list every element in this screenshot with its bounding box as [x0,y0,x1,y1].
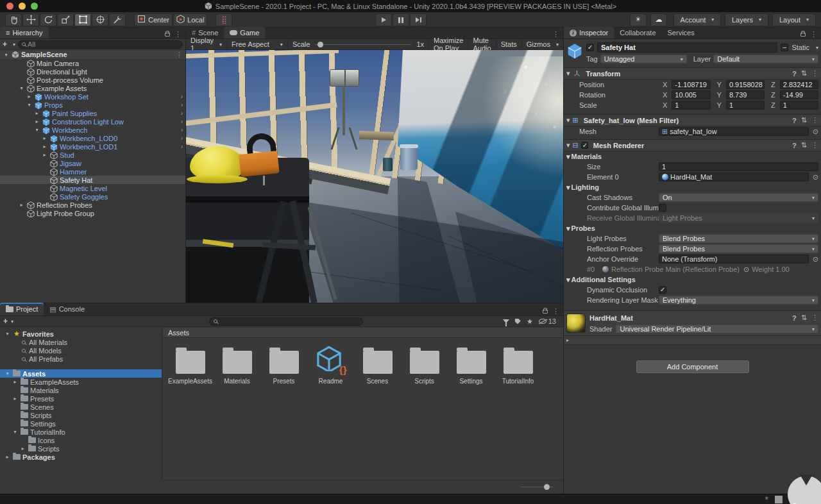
cast-shadows-dropdown[interactable]: On▾ [659,193,818,202]
hierarchy-item[interactable]: ▸Workshop Set› [0,92,185,101]
object-picker-icon[interactable]: ⊙ [813,128,818,136]
project-tree-item[interactable]: All Prefabs [0,355,162,363]
foldout-open-icon[interactable]: ▾ [4,331,11,337]
tab-project[interactable]: Project [0,303,44,315]
project-tree-item[interactable]: ▾Assets [0,369,162,378]
close-window-button[interactable] [6,3,13,10]
rotate-tool-button[interactable] [40,13,56,26]
lock-icon[interactable] [543,310,548,314]
hierarchy-item[interactable]: Directional Light [0,67,185,76]
project-tree-item[interactable]: ▸Presets [0,394,162,403]
scale-y-field[interactable]: 1 [726,101,765,110]
position-x-field[interactable]: -1.108719 [672,80,710,89]
hierarchy-item[interactable]: ▾Workbench› [0,126,185,134]
foldout-open-icon[interactable]: ▾ [4,371,11,376]
material-preview-thumbnail[interactable] [566,314,586,333]
pause-button[interactable] [393,13,409,26]
light-probes-dropdown[interactable]: Blend Probes▾ [659,234,818,243]
anchor-override-field[interactable]: None (Transform) [659,255,809,264]
foldout-closed-icon[interactable]: ▸ [18,202,25,208]
project-tree-item[interactable]: ▸Packages [0,453,162,461]
rendering-layer-mask-dropdown[interactable]: Everything▾ [659,296,818,305]
asset-item[interactable]: Scripts [401,346,448,385]
rotation-x-field[interactable]: 10.005 [672,90,710,99]
aspect-dropdown[interactable]: Free Aspect ▾ [227,39,288,49]
icon-size-slider-knob[interactable] [544,484,550,490]
asset-item[interactable]: Settings [448,346,495,385]
hierarchy-item[interactable]: ▸Construction Light Low› [0,117,185,126]
kebab-menu-icon[interactable]: ⋮ [552,30,559,38]
rotation-z-field[interactable]: -14.99 [780,90,818,99]
chevron-down-icon[interactable]: ▾ [816,45,818,51]
hierarchy-item[interactable]: ▸Workbench_LOD0› [0,134,185,142]
kebab-menu-icon[interactable]: ⋮ [174,30,182,38]
active-checkbox[interactable] [586,44,594,51]
progress-activity-button[interactable]: ☀ [630,13,647,26]
hand-tool-button[interactable] [5,13,22,26]
tab-console[interactable]: ▤ Console [44,303,90,315]
play-button[interactable] [375,13,392,26]
asset-item[interactable]: Materials [214,346,260,385]
lighting-foldout[interactable]: ▾Lighting [564,182,821,192]
mesh-renderer-header[interactable]: ▾ ⊟ Mesh Renderer ?⇅⋮ [564,139,821,151]
rotation-y-field[interactable]: 8.739 [726,90,765,99]
chevron-down-icon[interactable]: ▾ [11,319,13,324]
foldout-closed-icon[interactable]: ▸ [41,135,48,141]
mesh-filter-header[interactable]: ▾ ⊞ Safety_hat_low (Mesh Filter) ?⇅⋮ [564,114,821,126]
tab-collaborate[interactable]: Collaborate [614,27,661,38]
mute-audio-toggle[interactable]: Mute Audio [468,39,495,49]
hierarchy-search-input[interactable]: All [18,40,183,49]
scale-x-field[interactable]: 1 [672,101,710,110]
asset-item[interactable]: {}Readme [307,346,354,385]
search-by-type-icon[interactable] [503,319,509,323]
tab-game[interactable]: Game [224,27,265,38]
hierarchy-item[interactable]: Jigsaw [0,159,185,167]
minimize-window-button[interactable] [19,3,26,10]
hierarchy-item[interactable]: ▾Props› [0,101,185,109]
asset-item[interactable]: ExampleAssets [167,346,214,385]
kebab-menu-icon[interactable]: ⋮ [811,69,818,78]
foldout-closed-icon[interactable]: ▸ [33,110,40,116]
display-dropdown[interactable]: Display 1 ▾ [186,39,227,49]
foldout-closed-icon[interactable]: ▸ [4,454,11,460]
scale-slider[interactable] [315,44,411,45]
hierarchy-item[interactable]: ▾Example Assets [0,84,185,92]
scale-tool-button[interactable] [57,13,74,26]
contribute-gi-checkbox[interactable] [659,204,666,212]
project-tree-item[interactable]: ▸Scripts [0,444,162,453]
create-asset-button[interactable]: + [3,317,8,326]
asset-item[interactable]: Scenes [354,346,401,385]
kebab-menu-icon[interactable]: ⋮ [811,116,818,124]
presets-icon[interactable]: ⇅ [801,69,807,78]
foldout-open-icon[interactable]: ▾ [566,116,570,124]
project-tree-item[interactable]: Materials [0,386,162,394]
favorites-star-icon[interactable]: ★ [527,317,533,326]
prefab-open-chevron-icon[interactable]: › [181,135,183,142]
kebab-menu-icon[interactable]: ⋮ [811,314,818,322]
project-tree-item[interactable]: ▾TutorialInfo [0,428,162,436]
layout-dropdown[interactable]: Layout▾ [772,13,816,26]
cloud-collab-button[interactable]: ☁ [650,13,667,26]
maximize-on-play-toggle[interactable]: Maximize On Play [428,39,468,49]
transform-component-header[interactable]: ▾ Transform ?⇅⋮ [564,67,821,80]
gameobject-cube-icon[interactable] [566,42,583,59]
hierarchy-item[interactable]: ▸Workbench_LOD1› [0,142,185,151]
chevron-down-icon[interactable]: ▾ [13,42,15,47]
presets-icon[interactable]: ⇅ [801,314,807,322]
mesh-object-field[interactable]: ⊞ safety_hat_low [659,127,809,136]
gameobject-name-field[interactable]: Safety Hat [597,42,777,53]
project-tree-item[interactable]: All Materials [0,338,162,346]
prefab-open-chevron-icon[interactable]: › [181,110,183,117]
search-by-label-icon[interactable] [515,319,521,324]
kebab-menu-icon[interactable]: ⋮ [552,307,559,315]
foldout-closed-icon[interactable]: ▸ [26,94,33,99]
create-object-button[interactable]: + [3,40,7,49]
grid-snap-button[interactable]: ⣿ [216,13,232,26]
prefab-open-chevron-icon[interactable]: › [181,118,183,125]
prefab-open-chevron-icon[interactable]: › [181,143,183,150]
custom-tool-button[interactable] [109,13,126,26]
hierarchy-item[interactable]: ▸Stud [0,151,185,159]
gizmos-dropdown[interactable]: Gizmos ▾ [521,39,563,49]
foldout-closed-icon[interactable]: ▸ [41,152,48,158]
scale-z-field[interactable]: 1 [780,101,818,110]
